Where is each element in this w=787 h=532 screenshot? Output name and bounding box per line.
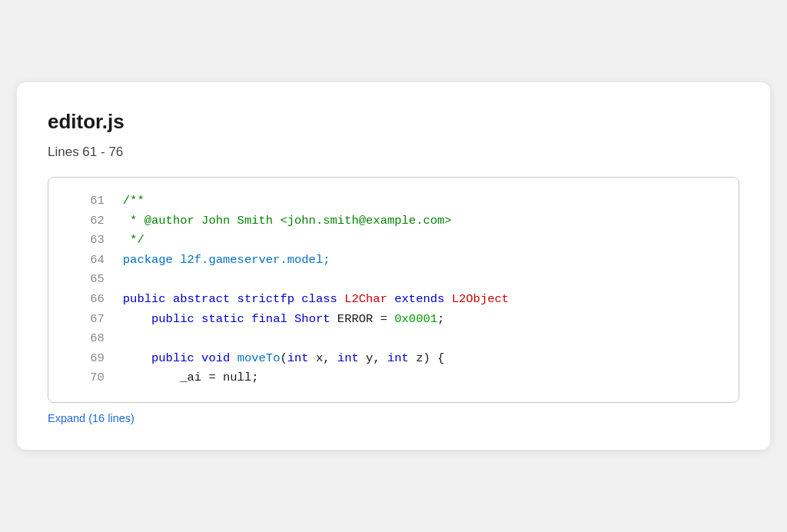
file-title: editor.js	[48, 110, 739, 134]
line-number: 62	[48, 211, 123, 231]
line-number: 61	[48, 191, 123, 211]
table-row: 67 public static final Short ERROR = 0x0…	[48, 310, 739, 330]
code-table: 61 /** 62 * @author John Smith <john.smi…	[48, 191, 739, 388]
line-number: 70	[48, 368, 123, 388]
code-line: public static final Short ERROR = 0x0001…	[123, 310, 739, 330]
line-number: 68	[48, 329, 123, 349]
expand-link[interactable]: Expand (16 lines)	[48, 412, 134, 424]
table-row: 63 */	[48, 231, 739, 251]
table-row: 68	[48, 329, 739, 349]
code-line: public abstract strictfp class L2Char ex…	[123, 290, 739, 310]
code-line: */	[123, 231, 739, 251]
code-line: /**	[123, 191, 739, 211]
line-number: 65	[48, 270, 123, 290]
table-row: 65	[48, 270, 739, 290]
code-line: _ai = null;	[123, 368, 739, 388]
table-row: 61 /**	[48, 191, 739, 211]
line-number: 67	[48, 310, 123, 330]
code-line	[123, 329, 739, 349]
table-row: 70 _ai = null;	[48, 368, 739, 388]
table-row: 64 package l2f.gameserver.model;	[48, 251, 739, 271]
line-range: Lines 61 - 76	[48, 145, 739, 160]
table-row: 69 public void moveTo(int x, int y, int …	[48, 349, 739, 369]
code-card: editor.js Lines 61 - 76 61 /** 62 * @aut…	[17, 82, 770, 450]
line-number: 64	[48, 251, 123, 271]
code-line: * @author John Smith <john.smith@example…	[123, 211, 739, 231]
code-line	[123, 270, 739, 290]
line-number: 69	[48, 349, 123, 369]
table-row: 62 * @author John Smith <john.smith@exam…	[48, 211, 739, 231]
code-line: public void moveTo(int x, int y, int z) …	[123, 349, 739, 369]
table-row: 66 public abstract strictfp class L2Char…	[48, 290, 739, 310]
line-number: 66	[48, 290, 123, 310]
code-block: 61 /** 62 * @author John Smith <john.smi…	[48, 177, 739, 403]
code-line: package l2f.gameserver.model;	[123, 251, 739, 271]
line-number: 63	[48, 231, 123, 251]
